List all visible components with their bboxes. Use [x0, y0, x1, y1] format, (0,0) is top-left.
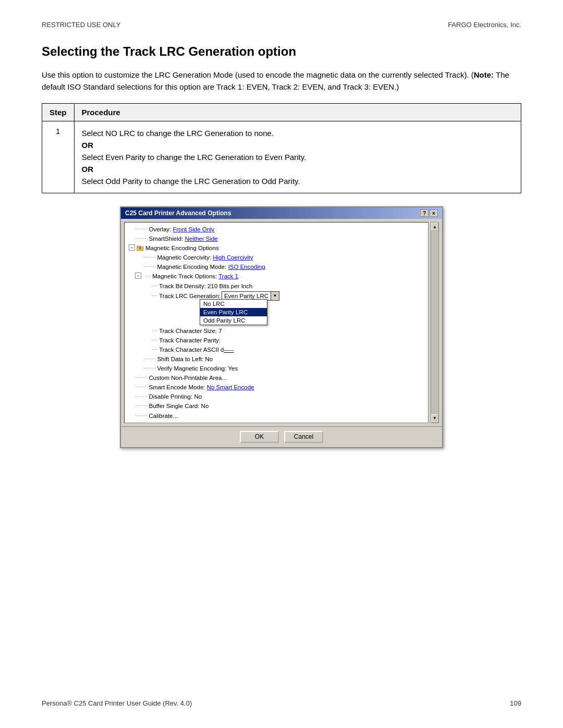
page-header: RESTRICTED USE ONLY FARGO Electronics, I… [42, 21, 521, 29]
list-item: ········ Custom Non-Printable Area... [127, 373, 426, 382]
list-item: ········ Shift Data to Left: No [127, 354, 426, 364]
list-item: ···· Track Character Size: 7 [127, 326, 426, 336]
dialog-wrapper: C25 Card Printer Advanced Options ? × ··… [42, 206, 521, 448]
dialog-footer: OK Cancel [121, 426, 442, 447]
page-title: Selecting the Track LRC Generation optio… [42, 44, 521, 59]
dialog-tree: ········ Overlay: Front Side Only ······… [124, 222, 429, 423]
list-item: − Magnetic Encoding Options [127, 243, 426, 253]
table-cell-step: 1 [42, 121, 75, 193]
body-text: Use this option to customize the LRC Gen… [42, 69, 521, 93]
dialog-scrollbar: ▲ ▼ [431, 222, 439, 423]
list-item: ···· Track Character ASCII d----- [127, 345, 426, 354]
scrollbar-up-button[interactable]: ▲ [431, 223, 438, 231]
dropdown-option-no-lrc[interactable]: No LRC [200, 300, 267, 308]
list-item: ···· Track Bit Density: 210 Bits per Inc… [127, 281, 426, 291]
proc-line-3: Select Odd Parity to change the LRC Gene… [82, 177, 513, 186]
list-item: ···· Track Character Parity: [127, 336, 426, 345]
list-item: ········ Calibrate... [127, 411, 426, 421]
tree-expander[interactable]: − [129, 244, 135, 251]
scrollbar-down-button[interactable]: ▼ [431, 414, 438, 423]
table-cell-procedure: Select NO LRC to change the LRC Generati… [74, 121, 521, 193]
list-item: ········ Disable Printing: No [127, 392, 426, 401]
footer-right: 109 [510, 699, 521, 707]
list-item: ········ Magnetic Encoding Mode: ISO Enc… [127, 262, 426, 272]
scrollbar-track[interactable] [431, 231, 438, 414]
list-item: ········ SmartShield: Neither Side [127, 234, 426, 243]
dialog-titlebar-buttons: ? × [420, 209, 438, 217]
lrc-dropdown-popup: No LRC Even Parity LRC Odd Parity LRC [200, 299, 267, 325]
header-left: RESTRICTED USE ONLY [42, 21, 120, 29]
track-lrc-row: ···· Track LRC Generation: Even Parity L… [127, 291, 426, 301]
page-container: RESTRICTED USE ONLY FARGO Electronics, I… [0, 0, 563, 728]
proc-line-1: Select NO LRC to change the LRC Generati… [82, 129, 513, 138]
dialog-body: ········ Overlay: Front Side Only ······… [121, 219, 442, 426]
or-text-1: OR [82, 141, 513, 150]
table-header-procedure: Procedure [74, 104, 521, 121]
header-right: FARGO Electronics, Inc. [448, 21, 521, 29]
dropdown-option-odd[interactable]: Odd Parity LRC [200, 316, 267, 325]
dropdown-container: ···· Track LRC Generation: Even Parity L… [127, 291, 426, 301]
list-item: ········ Buffer Single Card: No [127, 401, 426, 411]
folder-icon [137, 244, 144, 252]
list-item: ········ Magnetic Coercivity: High Coerc… [127, 253, 426, 262]
list-item: ········ Verify Magnetic Encoding: Yes [127, 364, 426, 373]
table-header-step: Step [42, 104, 75, 121]
dialog-title: C25 Card Printer Advanced Options [125, 209, 231, 217]
cancel-button[interactable]: Cancel [284, 431, 323, 443]
list-item: ········ Overlay: Front Side Only [127, 225, 426, 234]
proc-line-2: Select Even Parity to change the LRC Gen… [82, 153, 513, 162]
dropdown-option-even[interactable]: Even Parity LRC [200, 308, 267, 316]
dialog-window: C25 Card Printer Advanced Options ? × ··… [120, 206, 443, 448]
dialog-close-button[interactable]: × [430, 209, 438, 217]
dialog-titlebar: C25 Card Printer Advanced Options ? × [121, 207, 442, 219]
tree-expander-track[interactable]: − [135, 273, 141, 279]
footer-left: Persona® C25 Card Printer User Guide (Re… [42, 699, 192, 707]
dropdown-arrow-icon[interactable]: ▼ [271, 292, 279, 300]
table-row: 1 Select NO LRC to change the LRC Genera… [42, 121, 521, 193]
or-text-2: OR [82, 165, 513, 174]
ok-button[interactable]: OK [240, 431, 279, 443]
page-footer: Persona® C25 Card Printer User Guide (Re… [42, 699, 521, 707]
dialog-help-button[interactable]: ? [420, 209, 429, 217]
list-item: − ···· Magnetic Track Options: Track 1 [127, 272, 426, 281]
list-item: ········ Smart Encode Mode: No Smart Enc… [127, 382, 426, 392]
procedure-table: Step Procedure 1 Select NO LRC to change… [42, 103, 521, 193]
